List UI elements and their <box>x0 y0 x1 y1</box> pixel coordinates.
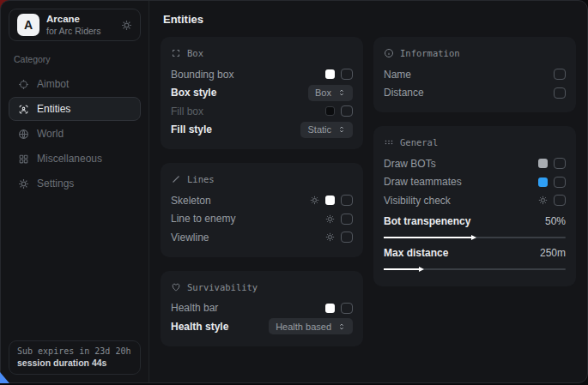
draw-teammates-checkbox[interactable] <box>554 177 566 188</box>
health-style-dropdown[interactable]: Health based <box>269 318 353 334</box>
screen: A Arcane for Arc Riders Category <box>0 0 588 385</box>
main-content: Entities Box <box>149 1 587 382</box>
page-title: Entities <box>163 13 576 26</box>
panel-header-label: Box <box>187 48 203 58</box>
setting-label: Draw teammates <box>384 176 462 188</box>
setting-label: Distance <box>384 87 424 99</box>
setting-row-fill-style: Fill style Static <box>171 121 353 140</box>
setting-row-bot-transparency: Bot transpenency 50% <box>384 213 566 230</box>
setting-label: Fill style <box>171 123 212 135</box>
color-swatch[interactable] <box>325 69 335 79</box>
gear-icon[interactable] <box>121 20 132 31</box>
setting-row-fill-box: Fill box <box>171 102 353 121</box>
fill-box-checkbox[interactable] <box>341 105 353 117</box>
visibility-check-checkbox[interactable] <box>554 195 566 206</box>
dropdown-value: Health based <box>276 322 331 332</box>
subscription-expiry: Sub expires in 23d 20h <box>17 346 132 356</box>
slider-thumb[interactable] <box>471 235 476 240</box>
gear-icon[interactable] <box>325 232 335 242</box>
gear-icon <box>18 178 29 189</box>
panel-information: Information Name Distance <box>373 37 576 112</box>
distance-checkbox[interactable] <box>554 87 566 99</box>
color-swatch[interactable] <box>538 159 548 168</box>
subscription-card: Sub expires in 23d 20h session duration … <box>9 340 141 375</box>
color-swatch[interactable] <box>325 196 335 205</box>
setting-label: Health style <box>171 321 228 333</box>
sidebar-item-label: Entities <box>37 103 70 115</box>
setting-label: Health bar <box>171 302 218 314</box>
sidebar-item-label: Miscellaneous <box>37 153 102 165</box>
skeleton-checkbox[interactable] <box>341 195 353 206</box>
setting-label: Box style <box>171 87 216 99</box>
sidebar-item-settings[interactable]: Settings <box>9 171 141 196</box>
app-name: Arcane <box>46 13 101 25</box>
box-style-dropdown[interactable]: Box <box>308 85 353 101</box>
health-bar-checkbox[interactable] <box>341 303 353 314</box>
max-distance-slider[interactable] <box>384 268 566 270</box>
globe-icon <box>18 129 29 140</box>
setting-row-max-distance: Max distance 250m <box>384 244 566 262</box>
setting-label: Fill box <box>171 105 203 117</box>
setting-label: Visibility check <box>384 195 451 207</box>
viewline-checkbox[interactable] <box>341 232 353 243</box>
setting-row-visibility-check: Visibility check <box>384 191 566 210</box>
panel-lines: Lines Skeleton <box>161 163 363 257</box>
slider-value: 250m <box>540 247 566 259</box>
panel-box: Box Bounding box Box style <box>161 37 363 149</box>
sidebar-item-world[interactable]: World <box>9 122 141 146</box>
info-icon <box>384 48 394 58</box>
line-to-enemy-checkbox[interactable] <box>341 214 353 225</box>
color-swatch[interactable] <box>325 106 335 116</box>
setting-label: Skeleton <box>171 195 211 207</box>
category-label: Category <box>14 54 141 64</box>
setting-label: Name <box>384 69 411 81</box>
diagonal-line-icon <box>171 174 181 184</box>
panel-header-label: General <box>400 137 438 147</box>
color-swatch[interactable] <box>538 177 548 187</box>
arcane-menu-window: A Arcane for Arc Riders Category <box>0 0 588 383</box>
setting-label: Bot transpenency <box>384 215 470 227</box>
app-logo: A <box>17 14 39 36</box>
setting-row-name: Name <box>384 65 566 84</box>
panel-general: General Draw BOTs Draw teammates <box>373 126 576 286</box>
panel-header-label: Lines <box>187 174 215 184</box>
setting-row-health-bar: Health bar <box>171 299 353 318</box>
bot-transparency-slider[interactable] <box>384 237 566 238</box>
gear-icon[interactable] <box>310 196 319 205</box>
setting-label: Bounding box <box>171 69 233 81</box>
sidebar-item-label: World <box>37 128 64 140</box>
sidebar-item-label: Aimbot <box>37 78 69 90</box>
dropdown-value: Box <box>315 87 331 98</box>
fill-style-dropdown[interactable]: Static <box>300 122 353 138</box>
unfold-icon <box>337 88 346 97</box>
session-duration: session duration 44s <box>17 358 132 368</box>
app-logo-card: A Arcane for Arc Riders <box>9 9 141 41</box>
slider-fill <box>384 268 422 270</box>
app-subtitle: for Arc Riders <box>46 26 101 37</box>
setting-label: Draw BOTs <box>384 158 436 170</box>
dropdown-value: Static <box>307 124 331 135</box>
setting-label: Max distance <box>384 247 448 259</box>
setting-label: Viewline <box>171 232 209 244</box>
setting-row-box-style: Box style Box <box>171 84 353 103</box>
grid-icon <box>18 153 29 165</box>
draw-bots-checkbox[interactable] <box>554 158 566 169</box>
sidebar-item-entities[interactable]: Entities <box>9 97 141 121</box>
setting-row-skeleton: Skeleton <box>171 191 353 210</box>
mouse-cursor <box>0 372 9 383</box>
sidebar-item-miscellaneous[interactable]: Miscellaneous <box>9 147 141 171</box>
right-column: Information Name Distance <box>373 37 576 346</box>
gear-icon[interactable] <box>325 214 335 224</box>
dots-grid-icon <box>384 137 394 147</box>
slider-thumb[interactable] <box>419 267 424 272</box>
slider-fill <box>384 237 475 238</box>
name-checkbox[interactable] <box>554 69 566 80</box>
sidebar: A Arcane for Arc Riders Category <box>1 1 149 382</box>
sidebar-item-aimbot[interactable]: Aimbot <box>9 72 141 96</box>
slider-value: 50% <box>545 215 566 227</box>
color-swatch[interactable] <box>325 304 335 313</box>
bounding-box-checkbox[interactable] <box>341 69 353 80</box>
sidebar-item-label: Settings <box>37 177 74 189</box>
gear-icon[interactable] <box>538 196 548 205</box>
setting-row-line-to-enemy: Line to enemy <box>171 210 353 229</box>
